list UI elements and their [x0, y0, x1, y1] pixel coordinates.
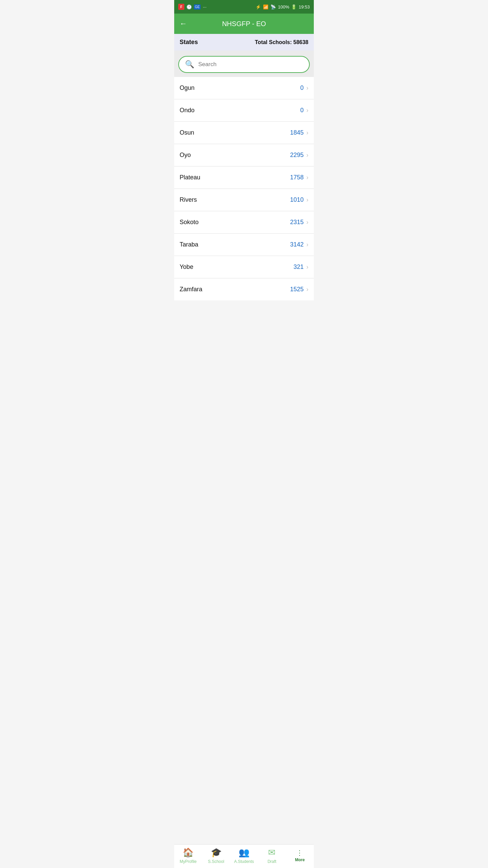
list-item[interactable]: Ogun 0 › [174, 77, 314, 99]
chevron-right-icon: › [306, 107, 308, 114]
state-name: Plateau [180, 174, 200, 181]
search-container: 🔍 [174, 51, 314, 77]
list-item[interactable]: Yobe 321 › [174, 256, 314, 278]
nav-label-s-school: S.School [208, 859, 224, 864]
item-right: 2315 › [290, 219, 308, 226]
home-icon: 🏠 [183, 847, 194, 858]
wifi-icon: 📶 [263, 4, 268, 9]
nav-item-my-profile[interactable]: 🏠 MyProfile [174, 847, 202, 864]
item-right: 1845 › [290, 129, 308, 136]
state-count: 1525 [290, 286, 304, 293]
flipboard-icon: F [178, 4, 184, 10]
state-count: 1758 [290, 174, 304, 181]
signal-icon: 📡 [270, 4, 276, 9]
item-right: 1010 › [290, 196, 308, 203]
chevron-right-icon: › [306, 129, 308, 136]
list-item[interactable]: Rivers 1010 › [174, 189, 314, 211]
state-count: 3142 [290, 241, 304, 248]
state-count: 0 [300, 84, 304, 92]
main-content: States Total Schools: 58638 🔍 Ogun 0 › O… [174, 34, 314, 328]
status-bar: F 🕐 GE ··· ⚡ 📶 📡 100% 🔋 19:53 [174, 0, 314, 14]
item-right: 321 › [293, 263, 308, 271]
nav-label-a-students: A.Students [234, 859, 254, 864]
state-name: Oyo [180, 152, 191, 159]
list-item[interactable]: Sokoto 2315 › [174, 211, 314, 234]
school-icon: 🎓 [211, 847, 222, 858]
list-item[interactable]: Ondo 0 › [174, 99, 314, 122]
chevron-right-icon: › [306, 152, 308, 159]
nav-item-a-students[interactable]: 👥 A.Students [230, 847, 258, 864]
status-bar-left: F 🕐 GE ··· [178, 4, 206, 10]
item-right: 1758 › [290, 174, 308, 181]
item-right: 0 › [300, 107, 308, 114]
back-button[interactable]: ← [180, 19, 187, 28]
chevron-right-icon: › [306, 263, 308, 271]
search-icon: 🔍 [185, 60, 194, 69]
state-count: 2295 [290, 152, 304, 159]
list-item[interactable]: Plateau 1758 › [174, 166, 314, 189]
state-name: Osun [180, 129, 194, 136]
item-right: 2295 › [290, 152, 308, 159]
more-icon: ⋮ [296, 849, 304, 856]
time: 19:53 [299, 4, 310, 9]
chevron-right-icon: › [306, 241, 308, 248]
state-count: 2315 [290, 219, 304, 226]
draft-icon: ✉ [268, 847, 276, 858]
bluetooth-icon: ⚡ [256, 4, 261, 9]
state-name: Zamfara [180, 286, 202, 293]
state-count: 321 [293, 263, 304, 271]
nav-label-my-profile: MyProfile [180, 859, 197, 864]
app-bar-title: NHSGFP - EO [192, 20, 296, 28]
state-name: Ondo [180, 107, 195, 114]
list-item[interactable]: Oyo 2295 › [174, 144, 314, 166]
clock-icon: 🕐 [186, 4, 192, 9]
state-name: Taraba [180, 241, 198, 248]
nav-label-more: More [295, 857, 305, 862]
battery-percent: 100% [278, 4, 289, 9]
item-right: 1525 › [290, 286, 308, 293]
search-bar: 🔍 [178, 56, 310, 73]
nav-item-more[interactable]: ⋮ More [286, 849, 314, 862]
state-count: 1010 [290, 196, 304, 203]
state-name: Yobe [180, 263, 193, 271]
bottom-nav: 🏠 MyProfile 🎓 S.School 👥 A.Students ✉ Dr… [174, 844, 314, 868]
chevron-right-icon: › [306, 196, 308, 203]
ge-icon: GE [194, 4, 201, 9]
item-right: 0 › [300, 84, 308, 92]
list-item[interactable]: Zamfara 1525 › [174, 278, 314, 300]
total-schools-label: Total Schools: 58638 [255, 39, 308, 45]
state-count: 0 [300, 107, 304, 114]
nav-label-draft: Draft [267, 859, 276, 864]
list-item[interactable]: Osun 1845 › [174, 122, 314, 144]
list-item[interactable]: Taraba 3142 › [174, 234, 314, 256]
state-name: Sokoto [180, 219, 199, 226]
dots-icon: ··· [203, 4, 206, 9]
item-right: 3142 › [290, 241, 308, 248]
state-name: Rivers [180, 196, 197, 203]
nav-item-draft[interactable]: ✉ Draft [258, 847, 286, 864]
status-bar-right: ⚡ 📶 📡 100% 🔋 19:53 [256, 4, 310, 9]
app-bar: ← NHSGFP - EO [174, 14, 314, 34]
chevron-right-icon: › [306, 174, 308, 181]
students-icon: 👥 [239, 847, 249, 858]
chevron-right-icon: › [306, 84, 308, 92]
nav-item-s-school[interactable]: 🎓 S.School [202, 847, 230, 864]
states-label: States [180, 39, 198, 46]
states-list: Ogun 0 › Ondo 0 › Osun 1845 › Oyo 2295 › [174, 77, 314, 300]
header-info: States Total Schools: 58638 [174, 34, 314, 51]
state-count: 1845 [290, 129, 304, 136]
chevron-right-icon: › [306, 219, 308, 226]
state-name: Ogun [180, 84, 195, 92]
battery-icon: 🔋 [291, 4, 297, 9]
chevron-right-icon: › [306, 286, 308, 293]
search-input[interactable] [198, 61, 303, 68]
